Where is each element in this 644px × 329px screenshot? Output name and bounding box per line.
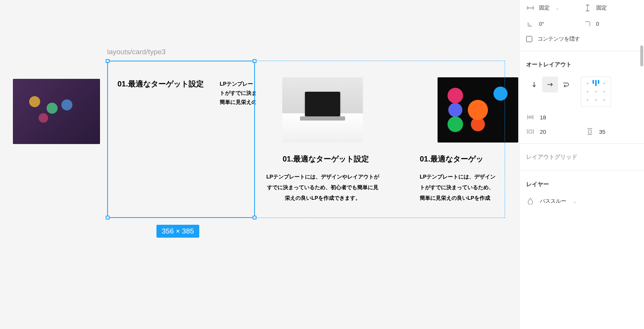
horizontal-resize-dropdown[interactable]: 固定 ⌄	[526, 4, 580, 12]
clip-content-label: コンテンツを隠す	[538, 36, 580, 42]
selection-dimensions-badge: 356 × 385	[156, 225, 199, 238]
selection-box[interactable]	[107, 61, 255, 218]
horizontal-padding-value: 20	[540, 128, 546, 135]
svg-rect-1	[529, 130, 532, 133]
vertical-resize-icon	[583, 4, 592, 12]
resize-handle-br[interactable]	[253, 216, 256, 219]
blend-mode-dropdown[interactable]: パススルー ⌄	[519, 193, 644, 209]
corner-radius-input[interactable]: 0	[583, 20, 638, 28]
blend-mode-icon	[526, 197, 535, 205]
item-spacing-value: 18	[540, 114, 546, 121]
blend-mode-value: パススルー	[540, 198, 566, 205]
layout-grid-section-title[interactable]: レイアウトグリッド	[519, 148, 644, 166]
alignment-picker[interactable]	[581, 77, 611, 107]
auto-layout-section-title: オートレイアウト	[519, 56, 644, 74]
resize-row: 固定 ⌄ 固定	[519, 0, 644, 16]
resize-handle-tl[interactable]	[106, 59, 109, 63]
divider	[519, 143, 644, 144]
rotation-input[interactable]: 0°	[526, 20, 580, 28]
vertical-resize-dropdown[interactable]: 固定	[583, 4, 638, 12]
vertical-padding-icon	[586, 127, 594, 136]
auto-layout-controls	[519, 74, 644, 110]
svg-rect-0	[530, 116, 531, 118]
horizontal-padding-icon	[526, 127, 535, 136]
card-image-1[interactable]	[13, 79, 100, 144]
horizontal-resize-value: 固定	[539, 5, 550, 11]
chevron-down-icon: ⌄	[556, 6, 559, 10]
padding-row: 20 35	[519, 124, 644, 139]
svg-rect-2	[588, 130, 591, 133]
item-spacing-input[interactable]: 18	[526, 113, 578, 121]
layer-section-title: レイヤー	[519, 175, 644, 193]
properties-panel: 固定 ⌄ 固定 0° 0 コンテンツを隠す オートレイアウト	[519, 0, 644, 329]
layer-name-label[interactable]: layouts/card/type3	[107, 48, 166, 56]
corner-radius-value: 0	[596, 21, 599, 27]
resize-handle-bl[interactable]	[106, 216, 109, 219]
arrow-down-icon	[531, 81, 537, 88]
horizontal-padding-input[interactable]: 20	[526, 127, 578, 136]
vertical-padding-input[interactable]: 35	[586, 127, 638, 136]
wrap-direction-button[interactable]	[558, 77, 574, 92]
vertical-padding-value: 35	[599, 128, 606, 135]
rotation-value: 0°	[539, 21, 544, 27]
chevron-down-icon: ⌄	[573, 199, 576, 204]
alignment-top-center-icon	[592, 80, 599, 86]
divider	[519, 171, 644, 171]
design-canvas[interactable]: layouts/card/type3 01.最適なターゲット設定 LPテンプレー…	[0, 0, 519, 329]
horizontal-resize-icon	[526, 4, 535, 12]
wrap-icon	[562, 81, 570, 88]
clip-content-toggle[interactable]: コンテンツを隠す	[519, 32, 644, 46]
panel-scrollbar[interactable]	[640, 45, 643, 66]
resize-handle-tr[interactable]	[253, 59, 256, 63]
vertical-direction-button[interactable]	[526, 77, 542, 92]
item-spacing-icon	[526, 113, 535, 121]
angle-icon	[526, 20, 535, 28]
divider	[519, 51, 644, 51]
gap-row: 18	[519, 110, 644, 124]
checkbox-icon	[526, 36, 532, 42]
arrow-right-icon	[547, 81, 553, 88]
horizontal-direction-button[interactable]	[542, 77, 558, 92]
auto-layout-direction-group	[526, 77, 574, 92]
rotation-radius-row: 0° 0	[519, 16, 644, 32]
corner-radius-icon	[583, 20, 592, 28]
vertical-resize-value: 固定	[596, 5, 607, 11]
